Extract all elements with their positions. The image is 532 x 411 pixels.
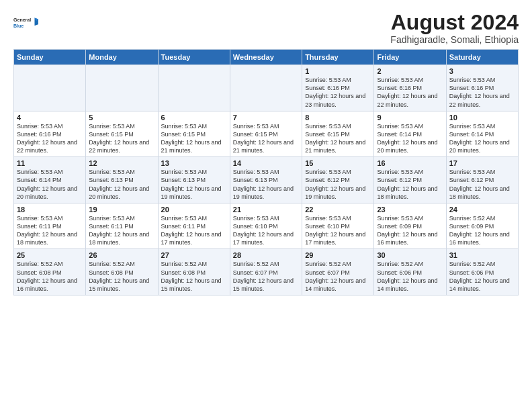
header: General Blue August 2024 Fadhigaradle, S… <box>13 11 519 45</box>
day-number: 27 <box>161 251 227 259</box>
day-number: 25 <box>17 251 83 259</box>
cell-w5-d4: 28Sunrise: 5:52 AM Sunset: 6:07 PM Dayli… <box>230 249 302 295</box>
cell-w4-d2: 19Sunrise: 5:53 AM Sunset: 6:11 PM Dayli… <box>86 203 158 249</box>
day-info: Sunrise: 5:53 AM Sunset: 6:15 PM Dayligh… <box>161 122 227 155</box>
cell-w2-d3: 6Sunrise: 5:53 AM Sunset: 6:15 PM Daylig… <box>158 111 230 157</box>
cell-w4-d7: 24Sunrise: 5:52 AM Sunset: 6:09 PM Dayli… <box>446 203 518 249</box>
day-info: Sunrise: 5:53 AM Sunset: 6:15 PM Dayligh… <box>233 122 299 155</box>
subtitle: Fadhigaradle, Somali, Ethiopia <box>390 34 519 45</box>
day-info: Sunrise: 5:53 AM Sunset: 6:11 PM Dayligh… <box>17 214 83 247</box>
cell-w4-d5: 22Sunrise: 5:53 AM Sunset: 6:10 PM Dayli… <box>302 203 374 249</box>
day-info: Sunrise: 5:52 AM Sunset: 6:09 PM Dayligh… <box>449 214 515 247</box>
svg-text:Blue: Blue <box>13 24 24 28</box>
main-title: August 2024 <box>390 11 519 34</box>
day-number: 1 <box>305 67 371 75</box>
day-info: Sunrise: 5:53 AM Sunset: 6:10 PM Dayligh… <box>305 214 371 247</box>
cell-w5-d1: 25Sunrise: 5:52 AM Sunset: 6:08 PM Dayli… <box>14 249 86 295</box>
day-info: Sunrise: 5:53 AM Sunset: 6:12 PM Dayligh… <box>449 168 515 201</box>
day-info: Sunrise: 5:53 AM Sunset: 6:16 PM Dayligh… <box>377 76 443 109</box>
day-info: Sunrise: 5:53 AM Sunset: 6:14 PM Dayligh… <box>377 122 443 155</box>
day-info: Sunrise: 5:53 AM Sunset: 6:10 PM Dayligh… <box>233 214 299 247</box>
day-info: Sunrise: 5:52 AM Sunset: 6:08 PM Dayligh… <box>161 260 227 293</box>
logo-svg: General Blue <box>13 11 39 35</box>
week-row-2: 4Sunrise: 5:53 AM Sunset: 6:16 PM Daylig… <box>14 111 519 157</box>
cell-w3-d6: 16Sunrise: 5:53 AM Sunset: 6:12 PM Dayli… <box>374 157 446 203</box>
day-number: 15 <box>305 159 371 167</box>
day-info: Sunrise: 5:52 AM Sunset: 6:08 PM Dayligh… <box>17 260 83 293</box>
day-number: 16 <box>377 159 443 167</box>
day-number: 12 <box>89 159 154 167</box>
cell-w5-d3: 27Sunrise: 5:52 AM Sunset: 6:08 PM Dayli… <box>158 249 230 295</box>
cell-w5-d6: 30Sunrise: 5:52 AM Sunset: 6:06 PM Dayli… <box>374 249 446 295</box>
day-info: Sunrise: 5:53 AM Sunset: 6:14 PM Dayligh… <box>449 122 515 155</box>
cell-w2-d7: 10Sunrise: 5:53 AM Sunset: 6:14 PM Dayli… <box>446 111 518 157</box>
day-info: Sunrise: 5:53 AM Sunset: 6:11 PM Dayligh… <box>89 214 154 247</box>
calendar-table: SundayMondayTuesdayWednesdayThursdayFrid… <box>13 49 519 295</box>
day-number: 7 <box>233 113 299 122</box>
day-info: Sunrise: 5:53 AM Sunset: 6:09 PM Dayligh… <box>377 214 443 247</box>
cell-w2-d6: 9Sunrise: 5:53 AM Sunset: 6:14 PM Daylig… <box>374 111 446 157</box>
cell-w3-d7: 17Sunrise: 5:53 AM Sunset: 6:12 PM Dayli… <box>446 157 518 203</box>
day-number: 8 <box>305 113 371 122</box>
day-info: Sunrise: 5:52 AM Sunset: 6:06 PM Dayligh… <box>449 260 515 293</box>
day-number: 10 <box>449 113 515 122</box>
day-number: 17 <box>449 159 515 167</box>
cell-w2-d1: 4Sunrise: 5:53 AM Sunset: 6:16 PM Daylig… <box>14 111 86 157</box>
header-thursday: Thursday <box>302 50 374 65</box>
header-sunday: Sunday <box>14 50 86 65</box>
header-monday: Monday <box>86 50 158 65</box>
day-info: Sunrise: 5:52 AM Sunset: 6:08 PM Dayligh… <box>89 260 154 293</box>
day-info: Sunrise: 5:53 AM Sunset: 6:16 PM Dayligh… <box>449 76 515 109</box>
cell-w2-d4: 7Sunrise: 5:53 AM Sunset: 6:15 PM Daylig… <box>230 111 302 157</box>
day-info: Sunrise: 5:52 AM Sunset: 6:07 PM Dayligh… <box>233 260 299 293</box>
day-info: Sunrise: 5:53 AM Sunset: 6:16 PM Dayligh… <box>305 76 371 109</box>
week-row-1: 1Sunrise: 5:53 AM Sunset: 6:16 PM Daylig… <box>14 65 519 111</box>
day-number: 9 <box>377 113 443 122</box>
cell-w4-d3: 20Sunrise: 5:53 AM Sunset: 6:11 PM Dayli… <box>158 203 230 249</box>
cell-w1-d5: 1Sunrise: 5:53 AM Sunset: 6:16 PM Daylig… <box>302 65 374 111</box>
cell-w4-d4: 21Sunrise: 5:53 AM Sunset: 6:10 PM Dayli… <box>230 203 302 249</box>
day-info: Sunrise: 5:53 AM Sunset: 6:15 PM Dayligh… <box>305 122 371 155</box>
cell-w2-d5: 8Sunrise: 5:53 AM Sunset: 6:15 PM Daylig… <box>302 111 374 157</box>
day-info: Sunrise: 5:53 AM Sunset: 6:16 PM Dayligh… <box>17 122 83 155</box>
cell-w3-d3: 13Sunrise: 5:53 AM Sunset: 6:13 PM Dayli… <box>158 157 230 203</box>
day-number: 24 <box>449 205 515 214</box>
day-info: Sunrise: 5:53 AM Sunset: 6:12 PM Dayligh… <box>305 168 371 201</box>
cell-w3-d4: 14Sunrise: 5:53 AM Sunset: 6:13 PM Dayli… <box>230 157 302 203</box>
cell-w1-d6: 2Sunrise: 5:53 AM Sunset: 6:16 PM Daylig… <box>374 65 446 111</box>
day-info: Sunrise: 5:53 AM Sunset: 6:13 PM Dayligh… <box>161 168 227 201</box>
day-info: Sunrise: 5:53 AM Sunset: 6:11 PM Dayligh… <box>161 214 227 247</box>
cell-w3-d5: 15Sunrise: 5:53 AM Sunset: 6:12 PM Dayli… <box>302 157 374 203</box>
week-row-4: 18Sunrise: 5:53 AM Sunset: 6:11 PM Dayli… <box>14 203 519 249</box>
day-info: Sunrise: 5:53 AM Sunset: 6:15 PM Dayligh… <box>89 122 154 155</box>
logo: General Blue <box>13 11 39 35</box>
cell-w3-d2: 12Sunrise: 5:53 AM Sunset: 6:13 PM Dayli… <box>86 157 158 203</box>
day-info: Sunrise: 5:52 AM Sunset: 6:06 PM Dayligh… <box>377 260 443 293</box>
page: General Blue August 2024 Fadhigaradle, S… <box>0 0 532 302</box>
day-info: Sunrise: 5:53 AM Sunset: 6:12 PM Dayligh… <box>377 168 443 201</box>
day-number: 28 <box>233 251 299 259</box>
day-number: 14 <box>233 159 299 167</box>
cell-w5-d2: 26Sunrise: 5:52 AM Sunset: 6:08 PM Dayli… <box>86 249 158 295</box>
day-number: 20 <box>161 205 227 214</box>
cell-w1-d7: 3Sunrise: 5:53 AM Sunset: 6:16 PM Daylig… <box>446 65 518 111</box>
cell-w1-d2 <box>86 65 158 111</box>
cell-w5-d5: 29Sunrise: 5:52 AM Sunset: 6:07 PM Dayli… <box>302 249 374 295</box>
header-wednesday: Wednesday <box>230 50 302 65</box>
header-row: SundayMondayTuesdayWednesdayThursdayFrid… <box>14 50 519 65</box>
day-number: 31 <box>449 251 515 259</box>
week-row-3: 11Sunrise: 5:53 AM Sunset: 6:14 PM Dayli… <box>14 157 519 203</box>
header-saturday: Saturday <box>446 50 518 65</box>
header-friday: Friday <box>374 50 446 65</box>
cell-w1-d1 <box>14 65 86 111</box>
cell-w4-d6: 23Sunrise: 5:53 AM Sunset: 6:09 PM Dayli… <box>374 203 446 249</box>
day-info: Sunrise: 5:53 AM Sunset: 6:13 PM Dayligh… <box>233 168 299 201</box>
day-number: 26 <box>89 251 154 259</box>
day-number: 13 <box>161 159 227 167</box>
svg-text:General: General <box>13 17 31 22</box>
week-row-5: 25Sunrise: 5:52 AM Sunset: 6:08 PM Dayli… <box>14 249 519 295</box>
day-number: 4 <box>17 113 83 122</box>
title-block: August 2024 Fadhigaradle, Somali, Ethiop… <box>390 11 519 45</box>
cell-w4-d1: 18Sunrise: 5:53 AM Sunset: 6:11 PM Dayli… <box>14 203 86 249</box>
cell-w5-d7: 31Sunrise: 5:52 AM Sunset: 6:06 PM Dayli… <box>446 249 518 295</box>
